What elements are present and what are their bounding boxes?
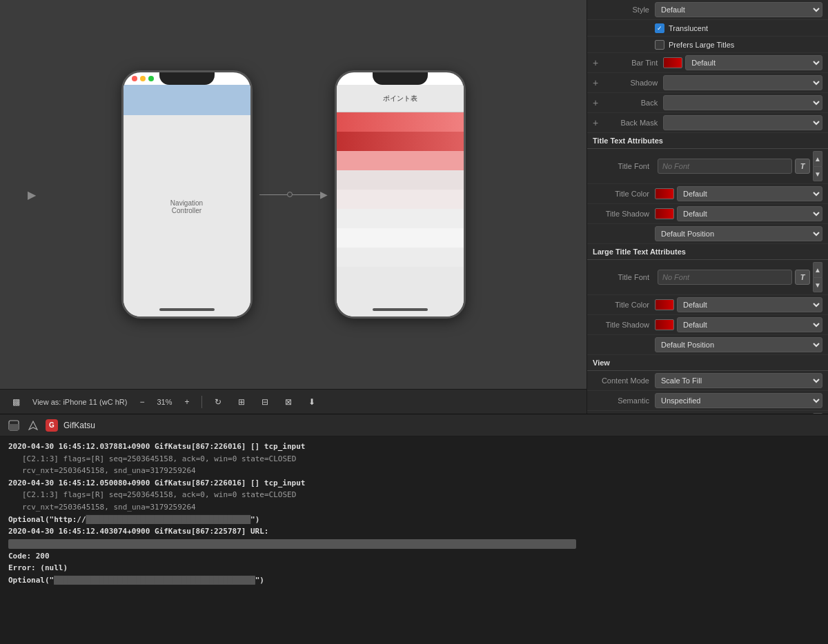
- back-mask-select[interactable]: [663, 115, 822, 130]
- toggle-panel-btn[interactable]: ▩: [8, 396, 24, 408]
- large-title-font-stepper-up[interactable]: ▲: [813, 262, 822, 277]
- large-title-color-row: Title Color Default: [587, 295, 828, 315]
- app-name-label: GifKatsu: [63, 421, 95, 430]
- large-title-color-select[interactable]: Default: [677, 297, 822, 312]
- translucent-label: Translucent: [669, 24, 708, 32]
- semantic-select[interactable]: Unspecified: [655, 393, 822, 408]
- large-title-color-label: Title Color: [593, 301, 655, 309]
- title-color-select[interactable]: Default: [677, 186, 822, 201]
- title-color-row: Title Color Default: [587, 184, 828, 204]
- title-position-row: Default Position: [587, 224, 828, 244]
- large-title-font-stepper-down[interactable]: ▼: [813, 277, 822, 292]
- title-color-label: Title Color: [593, 190, 655, 198]
- view-as-label: View as: iPhone 11 (wC hR): [32, 398, 127, 406]
- log-line-10: Code: 200: [8, 550, 820, 563]
- phones-row: ▶ Navigation Control: [14, 14, 573, 375]
- prefers-large-titles-cb-box[interactable]: [655, 40, 664, 50]
- title-shadow-swatch[interactable]: [655, 208, 674, 219]
- large-title-shadow-select[interactable]: Default: [677, 317, 822, 332]
- zoom-out-btn[interactable]: −: [135, 396, 148, 408]
- phone-mockup-1: Navigation Controller: [121, 70, 253, 319]
- title-font-row: Title Font T ▲ ▼: [587, 149, 828, 184]
- nav-area: ▶ Navigation Control: [14, 14, 573, 375]
- large-title-font-label: Title Font: [593, 273, 655, 281]
- large-title-shadow-label: Title Shadow: [593, 321, 655, 329]
- log-line-1: 2020-04-30 16:45:12.037881+0900 GifKatsu…: [8, 441, 820, 453]
- prefers-large-titles-checkbox[interactable]: Prefers Large Titles: [655, 40, 734, 50]
- large-title-shadow-swatch[interactable]: [655, 319, 674, 330]
- back-control: [663, 95, 822, 110]
- bar-tint-label: Bar Tint: [601, 59, 663, 67]
- title-color-swatch[interactable]: [655, 188, 674, 199]
- status-dots: [132, 76, 154, 81]
- log-line-7: Optional("http://███████████████████████…: [8, 514, 820, 526]
- back-label: Back: [601, 99, 663, 107]
- back-plus-icon[interactable]: +: [593, 97, 598, 108]
- panel-toggle-icon[interactable]: [7, 419, 21, 432]
- toolbar-separator: [201, 396, 202, 408]
- main-area: ▶ Navigation Control: [0, 0, 828, 414]
- content-mode-label: Content Mode: [593, 376, 655, 385]
- shadow-select[interactable]: [663, 75, 822, 90]
- large-title-shadow-control: Default: [655, 317, 822, 332]
- semantic-row: Semantic Unspecified: [587, 391, 828, 411]
- large-title-font-row: Title Font T ▲ ▼: [587, 260, 828, 295]
- back-mask-control: [663, 115, 822, 130]
- bar-tint-select[interactable]: Default: [685, 55, 822, 70]
- shadow-plus-icon[interactable]: +: [593, 77, 598, 88]
- connector-line-1: [259, 194, 287, 195]
- layout-btn-2[interactable]: ⊟: [257, 396, 273, 408]
- translucent-control: ✓ Translucent: [655, 23, 822, 33]
- large-title-color-control: Default: [655, 297, 822, 312]
- bar-tint-swatch[interactable]: [663, 57, 682, 68]
- semantic-label: Semantic: [593, 396, 655, 405]
- content-mode-row: Content Mode Scale To Fill: [587, 371, 828, 391]
- style-select[interactable]: Default: [655, 2, 822, 17]
- back-mask-row: + Back Mask: [587, 113, 828, 133]
- translucent-row: ✓ Translucent: [587, 20, 828, 37]
- layout-btn-1[interactable]: ⊞: [234, 396, 249, 408]
- log-line-2: [C2.1:3] flags=[R] seq=2503645158, ack=0…: [8, 453, 820, 465]
- style-row: Style Default: [587, 0, 828, 20]
- zoom-in-btn[interactable]: +: [180, 396, 193, 408]
- title-shadow-select[interactable]: Default: [677, 206, 822, 221]
- back-select[interactable]: [663, 95, 822, 110]
- title-shadow-control: Default: [655, 206, 822, 221]
- phone-bottom-bar-1: [159, 308, 215, 311]
- canvas-content: ▶ Navigation Control: [0, 0, 586, 389]
- translucent-check-icon: ✓: [657, 25, 662, 32]
- title-font-field[interactable]: [658, 159, 792, 174]
- download-btn[interactable]: ⬇: [304, 396, 319, 408]
- log-line-4: 2020-04-30 16:45:12.050080+0900 GifKatsu…: [8, 477, 820, 490]
- content-mode-select[interactable]: Scale To Fill: [655, 373, 822, 388]
- style-control: Default: [655, 2, 822, 17]
- title-font-stepper-down[interactable]: ▼: [813, 166, 822, 181]
- large-title-font-field[interactable]: [658, 270, 792, 285]
- title-font-type-btn[interactable]: T: [795, 159, 810, 174]
- title-text-attributes-label: Title Text Attributes: [593, 137, 663, 145]
- bar-tint-plus-icon[interactable]: +: [593, 57, 598, 68]
- large-title-font-type-btn[interactable]: T: [795, 270, 810, 285]
- log-line-3: rcv_nxt=2503645158, snd_una=3179259264: [8, 465, 820, 477]
- canvas-toolbar: ▩ View as: iPhone 11 (wC hR) − 31% + ↻ ⊞…: [0, 389, 586, 414]
- title-position-control: Default Position: [655, 226, 822, 241]
- phone-screen-2: ポイント表: [337, 85, 464, 319]
- large-title-position-control: Default Position: [655, 337, 822, 352]
- large-title-color-swatch[interactable]: [655, 299, 674, 310]
- translucent-checkbox[interactable]: ✓ Translucent: [655, 23, 708, 33]
- zoom-level: 31%: [157, 398, 172, 406]
- table-row-8: [337, 248, 464, 267]
- back-mask-plus-icon[interactable]: +: [593, 117, 598, 128]
- title-font-stepper-up[interactable]: ▲: [813, 151, 822, 166]
- shadow-label: Shadow: [601, 79, 663, 87]
- phone-notch-1: [159, 72, 215, 85]
- translucent-cb-box[interactable]: ✓: [655, 23, 664, 33]
- connector-dot-1: [287, 192, 293, 197]
- layout-btn-3[interactable]: ⊠: [281, 396, 296, 408]
- back-mask-label: Back Mask: [601, 119, 663, 127]
- large-title-position-select[interactable]: Default Position: [655, 337, 822, 352]
- title-position-select[interactable]: Default Position: [655, 226, 822, 241]
- refresh-btn[interactable]: ↻: [210, 396, 226, 408]
- bottom-panel: G GifKatsu 2020-04-30 16:45:12.037881+09…: [0, 414, 828, 644]
- location-icon[interactable]: [26, 419, 40, 432]
